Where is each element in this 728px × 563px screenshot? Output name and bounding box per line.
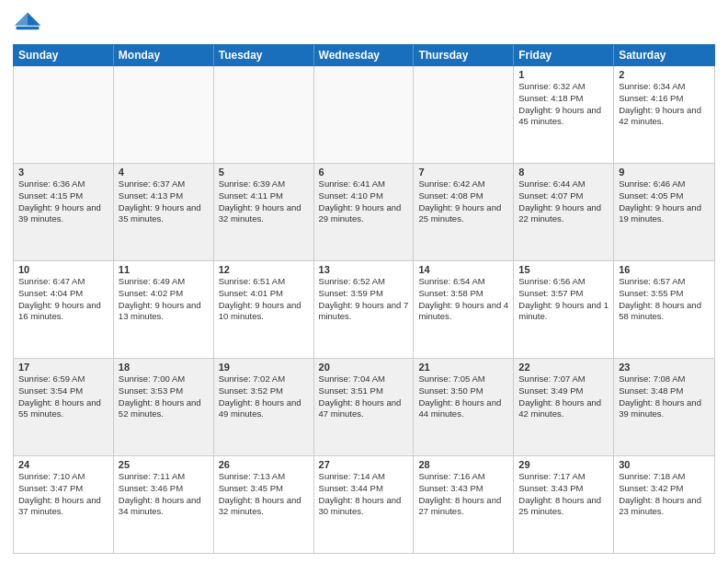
calendar-cell — [414, 66, 514, 163]
day-detail: Sunrise: 7:04 AM Sunset: 3:51 PM Dayligh… — [319, 373, 409, 420]
calendar-cell: 25Sunrise: 7:11 AM Sunset: 3:46 PM Dayli… — [114, 456, 214, 553]
calendar-cell: 20Sunrise: 7:04 AM Sunset: 3:51 PM Dayli… — [314, 359, 415, 455]
calendar-cell: 1Sunrise: 6:32 AM Sunset: 4:18 PM Daylig… — [514, 66, 614, 163]
calendar-cell: 21Sunrise: 7:05 AM Sunset: 3:50 PM Dayli… — [414, 359, 514, 455]
calendar-header-cell: Saturday — [614, 45, 714, 65]
calendar-cell — [214, 66, 314, 163]
svg-rect-2 — [17, 27, 40, 30]
day-number: 12 — [219, 264, 309, 275]
day-detail: Sunrise: 6:49 AM Sunset: 4:02 PM Dayligh… — [119, 276, 209, 323]
day-detail: Sunrise: 7:07 AM Sunset: 3:49 PM Dayligh… — [518, 373, 609, 420]
calendar-header-cell: Tuesday — [214, 45, 314, 65]
day-number: 1 — [518, 69, 609, 80]
calendar-body: 1Sunrise: 6:32 AM Sunset: 4:18 PM Daylig… — [13, 66, 715, 554]
calendar-cell: 28Sunrise: 7:16 AM Sunset: 3:43 PM Dayli… — [414, 456, 514, 553]
calendar-cell: 26Sunrise: 7:13 AM Sunset: 3:45 PM Dayli… — [214, 456, 314, 553]
day-number: 19 — [219, 362, 309, 373]
calendar-cell: 18Sunrise: 7:00 AM Sunset: 3:53 PM Dayli… — [114, 359, 214, 455]
day-detail: Sunrise: 6:39 AM Sunset: 4:11 PM Dayligh… — [219, 178, 309, 225]
calendar-week: 1Sunrise: 6:32 AM Sunset: 4:18 PM Daylig… — [14, 66, 714, 164]
calendar-cell: 15Sunrise: 6:56 AM Sunset: 3:57 PM Dayli… — [514, 261, 614, 358]
day-number: 30 — [619, 459, 710, 470]
day-number: 5 — [219, 167, 309, 178]
day-number: 16 — [619, 264, 710, 275]
day-number: 22 — [518, 362, 609, 373]
calendar-header-cell: Friday — [514, 45, 614, 65]
day-number: 8 — [518, 167, 609, 178]
day-number: 2 — [619, 69, 710, 80]
calendar-cell: 24Sunrise: 7:10 AM Sunset: 3:47 PM Dayli… — [14, 456, 114, 553]
day-number: 6 — [319, 167, 409, 178]
day-detail: Sunrise: 6:46 AM Sunset: 4:05 PM Dayligh… — [619, 178, 710, 225]
calendar-cell: 19Sunrise: 7:02 AM Sunset: 3:52 PM Dayli… — [214, 359, 314, 455]
svg-marker-1 — [15, 13, 28, 26]
day-detail: Sunrise: 6:51 AM Sunset: 4:01 PM Dayligh… — [219, 276, 309, 323]
calendar-cell: 12Sunrise: 6:51 AM Sunset: 4:01 PM Dayli… — [214, 261, 314, 358]
day-number: 15 — [518, 264, 609, 275]
day-number: 7 — [418, 167, 508, 178]
day-detail: Sunrise: 6:44 AM Sunset: 4:07 PM Dayligh… — [518, 178, 609, 225]
calendar-week: 17Sunrise: 6:59 AM Sunset: 3:54 PM Dayli… — [14, 359, 714, 456]
day-detail: Sunrise: 6:41 AM Sunset: 4:10 PM Dayligh… — [319, 178, 409, 225]
calendar-cell: 4Sunrise: 6:37 AM Sunset: 4:13 PM Daylig… — [114, 164, 214, 260]
calendar-cell: 8Sunrise: 6:44 AM Sunset: 4:07 PM Daylig… — [514, 164, 614, 260]
day-detail: Sunrise: 7:14 AM Sunset: 3:44 PM Dayligh… — [319, 471, 409, 518]
day-detail: Sunrise: 7:13 AM Sunset: 3:45 PM Dayligh… — [219, 471, 309, 518]
day-number: 18 — [119, 362, 209, 373]
day-detail: Sunrise: 6:59 AM Sunset: 3:54 PM Dayligh… — [18, 373, 108, 420]
day-detail: Sunrise: 7:02 AM Sunset: 3:52 PM Dayligh… — [219, 373, 309, 420]
day-detail: Sunrise: 7:08 AM Sunset: 3:48 PM Dayligh… — [619, 373, 710, 420]
day-detail: Sunrise: 6:57 AM Sunset: 3:55 PM Dayligh… — [619, 276, 710, 323]
header — [13, 9, 715, 39]
calendar-cell: 9Sunrise: 6:46 AM Sunset: 4:05 PM Daylig… — [614, 164, 714, 260]
day-detail: Sunrise: 6:52 AM Sunset: 3:59 PM Dayligh… — [319, 276, 409, 323]
day-detail: Sunrise: 6:37 AM Sunset: 4:13 PM Dayligh… — [119, 178, 209, 225]
day-number: 25 — [119, 459, 209, 470]
day-number: 28 — [418, 459, 508, 470]
calendar-cell: 23Sunrise: 7:08 AM Sunset: 3:48 PM Dayli… — [614, 359, 714, 455]
page: SundayMondayTuesdayWednesdayThursdayFrid… — [0, 0, 728, 563]
day-number: 23 — [619, 362, 710, 373]
day-detail: Sunrise: 6:36 AM Sunset: 4:15 PM Dayligh… — [18, 178, 108, 225]
calendar-cell: 11Sunrise: 6:49 AM Sunset: 4:02 PM Dayli… — [114, 261, 214, 358]
calendar-cell: 13Sunrise: 6:52 AM Sunset: 3:59 PM Dayli… — [314, 261, 415, 358]
logo-icon — [13, 9, 42, 39]
day-number: 4 — [119, 167, 209, 178]
calendar-week: 10Sunrise: 6:47 AM Sunset: 4:04 PM Dayli… — [14, 261, 714, 359]
day-detail: Sunrise: 7:11 AM Sunset: 3:46 PM Dayligh… — [119, 471, 209, 518]
calendar: SundayMondayTuesdayWednesdayThursdayFrid… — [13, 44, 715, 554]
day-number: 29 — [518, 459, 609, 470]
calendar-header-cell: Wednesday — [314, 45, 415, 65]
calendar-cell: 3Sunrise: 6:36 AM Sunset: 4:15 PM Daylig… — [14, 164, 114, 260]
calendar-cell — [114, 66, 214, 163]
day-number: 11 — [119, 264, 209, 275]
day-detail: Sunrise: 7:10 AM Sunset: 3:47 PM Dayligh… — [18, 471, 108, 518]
calendar-header-cell: Thursday — [414, 45, 514, 65]
calendar-cell: 14Sunrise: 6:54 AM Sunset: 3:58 PM Dayli… — [414, 261, 514, 358]
day-detail: Sunrise: 6:34 AM Sunset: 4:16 PM Dayligh… — [619, 81, 710, 128]
day-number: 27 — [319, 459, 409, 470]
day-detail: Sunrise: 7:18 AM Sunset: 3:42 PM Dayligh… — [619, 471, 710, 518]
calendar-header-row: SundayMondayTuesdayWednesdayThursdayFrid… — [13, 44, 715, 66]
calendar-cell: 10Sunrise: 6:47 AM Sunset: 4:04 PM Dayli… — [14, 261, 114, 358]
logo — [13, 9, 46, 39]
calendar-cell — [314, 66, 415, 163]
day-number: 10 — [18, 264, 108, 275]
day-detail: Sunrise: 7:17 AM Sunset: 3:43 PM Dayligh… — [518, 471, 609, 518]
day-number: 13 — [319, 264, 409, 275]
calendar-cell: 5Sunrise: 6:39 AM Sunset: 4:11 PM Daylig… — [214, 164, 314, 260]
day-detail: Sunrise: 6:32 AM Sunset: 4:18 PM Dayligh… — [518, 81, 609, 128]
day-number: 3 — [18, 167, 108, 178]
day-detail: Sunrise: 7:05 AM Sunset: 3:50 PM Dayligh… — [418, 373, 508, 420]
day-detail: Sunrise: 6:47 AM Sunset: 4:04 PM Dayligh… — [18, 276, 108, 323]
calendar-cell: 16Sunrise: 6:57 AM Sunset: 3:55 PM Dayli… — [614, 261, 714, 358]
day-number: 21 — [418, 362, 508, 373]
day-number: 24 — [18, 459, 108, 470]
calendar-cell: 2Sunrise: 6:34 AM Sunset: 4:16 PM Daylig… — [614, 66, 714, 163]
calendar-header-cell: Sunday — [14, 45, 114, 65]
calendar-cell: 30Sunrise: 7:18 AM Sunset: 3:42 PM Dayli… — [614, 456, 714, 553]
calendar-cell: 29Sunrise: 7:17 AM Sunset: 3:43 PM Dayli… — [514, 456, 614, 553]
day-number: 17 — [18, 362, 108, 373]
calendar-week: 24Sunrise: 7:10 AM Sunset: 3:47 PM Dayli… — [14, 456, 714, 553]
calendar-cell: 22Sunrise: 7:07 AM Sunset: 3:49 PM Dayli… — [514, 359, 614, 455]
